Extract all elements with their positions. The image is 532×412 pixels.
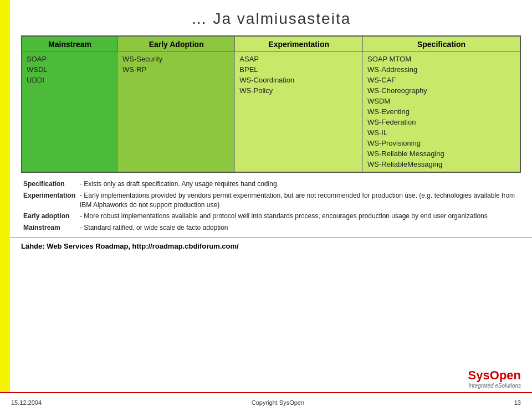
table-row: WS-Coordination (239, 75, 358, 85)
desc-table: Specification- Exists only as draft spec… (21, 178, 521, 234)
main-table: Mainstream Early Adoption Experimentatio… (21, 35, 521, 173)
table-row: WS-Provisioning (367, 138, 515, 148)
col-header-spec: Specification (363, 36, 521, 51)
table-row: WS-ReliableMessaging (367, 159, 515, 169)
desc-label: Specification (21, 178, 78, 190)
table-row: WS-IL (367, 127, 515, 138)
table-row: WSDM (367, 96, 515, 106)
left-accent (0, 0, 10, 412)
desc-label: Early adoption (21, 210, 78, 222)
desc-label: Mainstream (21, 222, 78, 234)
table-row: ASAP (239, 54, 358, 64)
table-row: BPEL (239, 64, 358, 75)
footer-copyright: Copyright SysOpen (252, 399, 304, 406)
table-row: WS-Policy (239, 85, 358, 96)
description-area: Specification- Exists only as draft spec… (10, 173, 532, 237)
logo-subtitle: Integrated eSolutions (468, 383, 521, 389)
mainstream-items: SOAPWSDLUDDI (22, 51, 118, 173)
table-row: WS-RP (122, 64, 230, 75)
table-row: WSDL (27, 64, 113, 75)
table-row: WS-Eventing (367, 106, 515, 117)
slide-title: … Ja valmiusasteita (10, 0, 532, 35)
table-row: SOAP MTOM (367, 54, 515, 64)
col-header-experiment: Experimentation (235, 36, 363, 51)
footer-date: 15.12.2004 (11, 399, 42, 406)
col-header-early: Early Adoption (118, 36, 235, 51)
table-row: WS-Reliable Messaging (367, 148, 515, 159)
desc-row: Experimentation- Early implementations p… (21, 190, 521, 211)
experiment-items: ASAPBPELWS-CoordinationWS-Policy (235, 51, 363, 173)
table-row: WS-Choreography (367, 85, 515, 96)
spec-items: SOAP MTOMWS-AddressingWS-CAFWS-Choreogra… (363, 51, 521, 173)
footer: 15.12.2004 Copyright SysOpen 13 (0, 392, 532, 412)
table-row: SOAP (27, 54, 113, 64)
desc-row: Specification- Exists only as draft spec… (21, 178, 521, 190)
table-row: WS-CAF (367, 75, 515, 85)
table-row: UDDI (27, 75, 113, 85)
desc-row: Early adoption- More robust implementati… (21, 210, 521, 222)
desc-text: - More robust implementations available … (78, 210, 521, 222)
desc-text: - Standard ratified, or wide scale de fa… (78, 222, 521, 234)
desc-label: Experimentation (21, 190, 78, 211)
footer-page: 13 (514, 399, 521, 406)
source-area: Lähde: Web Services Roadmap, http://road… (10, 237, 532, 253)
content-area: … Ja valmiusasteita Mainstream Early Ado… (10, 0, 532, 253)
logo-sysopen: SysOpen (468, 368, 521, 383)
main-table-wrapper: Mainstream Early Adoption Experimentatio… (10, 35, 532, 173)
logo-area: SysOpen Integrated eSolutions (468, 368, 521, 389)
table-row: WS-Addressing (367, 64, 515, 75)
logo-sys: Sys (468, 368, 490, 382)
desc-text: - Early implementations provided by vend… (78, 190, 521, 211)
logo-open: Open (490, 368, 521, 382)
desc-row: Mainstream- Standard ratified, or wide s… (21, 222, 521, 234)
table-row: WS-Security (122, 54, 230, 64)
desc-text: - Exists only as draft specification. An… (78, 178, 521, 190)
col-header-mainstream: Mainstream (22, 36, 118, 51)
early-items: WS-SecurityWS-RP (118, 51, 235, 173)
table-row: WS-Federation (367, 117, 515, 127)
